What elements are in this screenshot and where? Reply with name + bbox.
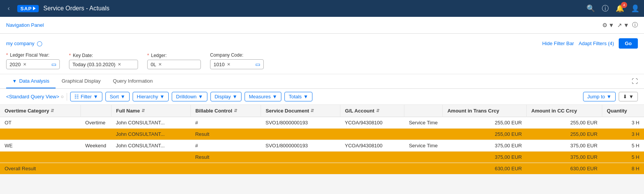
col-billable-control[interactable]: Billable Control ⇵ (191, 105, 261, 117)
table-row: John CONSULTANT...Result255,00 EUR255,00… (0, 129, 644, 140)
sub-navigation: Navigation Panel ⚙ ▼ ↗ ▼ ⓘ (0, 17, 644, 34)
col-gl-account[interactable]: G/L Account ⇵ (340, 105, 404, 117)
notification-badge: 4 (621, 2, 627, 8)
ledger-value: 0L (151, 62, 156, 67)
table-cell: Overtime (80, 117, 111, 129)
table-cell: John CONSULTANT... (111, 140, 191, 152)
table-row: WEWeekendJohn CONSULTANT...#SVO1/8000000… (0, 140, 644, 152)
ledger-fiscal-year-clear[interactable]: ✕ (23, 62, 26, 67)
table-cell: Service Time (404, 140, 443, 152)
table-cell (80, 129, 111, 140)
company-code-input[interactable]: 1010 ✕ ▭ (210, 59, 264, 69)
drilldown-button[interactable]: Drilldown ▼ (172, 92, 207, 101)
col-service-document[interactable]: Service Document ⇵ (261, 105, 340, 117)
table-cell: Weekend (80, 140, 111, 152)
notifications-button[interactable]: 🔔 4 (616, 4, 624, 13)
key-date-input[interactable]: Today (03.10.2020) ✕ (69, 60, 138, 69)
col-full-name[interactable]: Full Name ⇵ (111, 105, 191, 117)
company-info-icon: ◯ (37, 41, 43, 46)
col-overtime-category-label: Overtime Category (5, 108, 49, 114)
navigation-panel-link[interactable]: Navigation Panel (6, 22, 44, 28)
company-selector[interactable]: my company ◯ (6, 41, 43, 46)
table-cell: # (191, 140, 261, 152)
table-cell: 5 H (602, 152, 644, 163)
measures-button[interactable]: Measures ▼ (245, 92, 281, 101)
hierarchy-button[interactable]: Hierarchy ▼ (133, 92, 169, 101)
ledger-fiscal-year-value: 2020 (10, 62, 21, 67)
col-overtime-category[interactable]: Overtime Category ⇵ (0, 105, 80, 117)
ledger-field: * Ledger: 0L ✕ (147, 53, 201, 69)
page-title: Service Orders - Actuals (43, 5, 582, 12)
settings-button[interactable]: ⚙ ▼ (602, 22, 614, 29)
key-date-clear[interactable]: ✕ (118, 62, 121, 67)
col-quantity: Quantity (602, 105, 644, 117)
col-sort-icon: ⇵ (51, 108, 54, 113)
cell-value: 8 H (602, 163, 644, 174)
jump-to-button[interactable]: Jump to ▼ (583, 92, 616, 101)
table-cell: 3 H (602, 117, 644, 129)
table-cell: 3 H (602, 129, 644, 140)
sort-button[interactable]: Sort ▼ (105, 92, 130, 101)
share-chevron-icon: ▼ (623, 22, 629, 28)
table-cell: 255,00 EUR (443, 129, 527, 140)
gear-icon: ⚙ (602, 22, 607, 29)
key-date-label: * Key Date: (69, 53, 138, 58)
col-full-name-label: Full Name (116, 108, 140, 114)
table-body: OTOvertimeJohn CONSULTANT...#SVO1/800000… (0, 117, 644, 174)
top-nav-icons: 🔍 ⓘ 🔔 4 👤 (586, 4, 639, 13)
back-button[interactable]: ‹ (5, 3, 13, 13)
ledger-fiscal-year-field: * Ledger Fiscal Year: 2020 ✕ ▭ (6, 52, 60, 69)
tab-graphical-display[interactable]: Graphical Display (56, 74, 107, 88)
expand-button[interactable]: ⛶ (632, 78, 638, 85)
totals-button[interactable]: Totals ▼ (284, 92, 312, 101)
download-chevron-icon: ▼ (629, 94, 634, 99)
table-cell: WE (0, 140, 80, 152)
user-button[interactable]: 👤 (631, 4, 639, 13)
company-code-clear[interactable]: ✕ (227, 62, 230, 67)
measures-label: Measures (249, 94, 271, 99)
col-quantity-label: Quantity (607, 108, 627, 114)
filter-chevron-icon: ▼ (93, 94, 98, 99)
hide-filter-bar-button[interactable]: Hide Filter Bar (542, 41, 574, 46)
download-button[interactable]: ⬇ ▼ (619, 92, 638, 101)
table-cell (404, 152, 443, 163)
company-code-label: Company Code: (210, 52, 264, 58)
ledger-input[interactable]: 0L ✕ (147, 60, 201, 69)
query-view-info-icon: ○ (61, 94, 64, 99)
table-cell: YCOA/94308100 (340, 117, 404, 129)
tabs-list: ▼ Data Analysis Graphical Display Query … (6, 74, 159, 88)
ledger-fiscal-year-input[interactable]: 2020 ✕ ▭ (6, 59, 60, 69)
search-button[interactable]: 🔍 (586, 4, 595, 13)
required-star: * (147, 53, 149, 58)
go-button[interactable]: Go (619, 38, 638, 49)
col-service-document-label: Service Document (266, 108, 309, 114)
adapt-filters-button[interactable]: Adapt Filters (4) (578, 41, 614, 46)
col-sort-icon-5: ⇵ (376, 108, 380, 113)
tab-query-information[interactable]: Query Information (107, 74, 159, 88)
key-date-value: Today (03.10.2020) (72, 62, 115, 67)
tab-data-analysis[interactable]: ▼ Data Analysis (6, 74, 56, 88)
drilldown-chevron-icon: ▼ (198, 94, 203, 99)
col-sort-icon-3: ⇵ (234, 108, 237, 113)
display-button[interactable]: Display ▼ (210, 92, 242, 101)
ledger-clear[interactable]: ✕ (158, 62, 162, 67)
filter-button[interactable]: ☷ Filter ▼ (70, 92, 102, 101)
data-table: Overtime Category ⇵ Full Name ⇵ Billable… (0, 105, 644, 174)
help-button[interactable]: ⓘ (602, 4, 609, 13)
table-cell: 255,00 EUR (527, 117, 602, 129)
copy-icon-2[interactable]: ▭ (255, 61, 260, 67)
help-sub-button[interactable]: ⓘ (632, 21, 638, 29)
table-cell: 255,00 EUR (527, 129, 602, 140)
share-button[interactable]: ↗ ▼ (617, 22, 629, 29)
jump-to-label: Jump to (587, 94, 605, 99)
table-cell: 375,00 EUR (443, 152, 527, 163)
table-cell: # (191, 117, 261, 129)
filter-bar-header: my company ◯ Hide Filter Bar Adapt Filte… (6, 38, 638, 49)
copy-icon[interactable]: ▭ (51, 61, 56, 67)
query-view-button[interactable]: <Standard Query View> ○ (6, 94, 64, 99)
table-cell (0, 152, 80, 163)
col-amount-trans: Amount in Trans Crcy (443, 105, 527, 117)
table-cell (80, 152, 111, 163)
table-cell (404, 129, 443, 140)
sub-nav-actions: ⚙ ▼ ↗ ▼ ⓘ (602, 21, 638, 29)
